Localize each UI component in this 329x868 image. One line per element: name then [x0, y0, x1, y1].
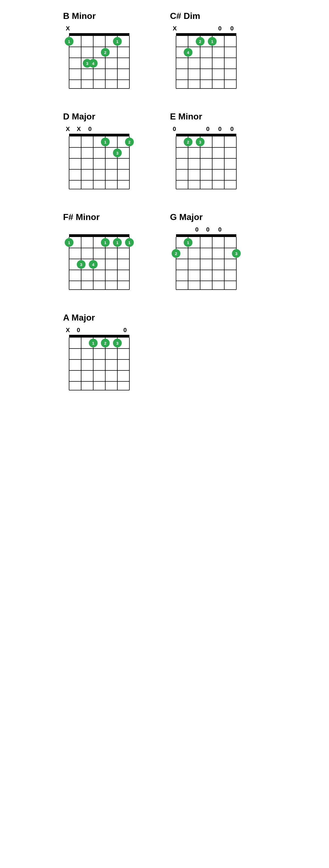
svg-text:1: 1 — [211, 39, 213, 44]
svg-text:1: 1 — [68, 39, 70, 44]
chord-title-a-major: A Major — [63, 313, 95, 323]
svg-text:0: 0 — [173, 125, 176, 132]
chord-d-major: D Major X X 0 — [63, 112, 159, 196]
svg-text:2: 2 — [104, 341, 107, 345]
svg-text:4: 4 — [92, 262, 95, 267]
svg-text:0: 0 — [230, 25, 234, 32]
chord-g-major: G Major 0 0 0 — [170, 212, 266, 296]
chord-title-g-major: G Major — [170, 212, 203, 222]
chord-diagram-e-minor: 0 0 0 0 — [170, 123, 243, 196]
svg-text:0: 0 — [123, 327, 127, 334]
svg-text:3: 3 — [116, 151, 118, 155]
chord-diagram-cs-dim: X 0 0 1 — [170, 23, 243, 95]
chord-diagram-b-minor: X 1 — [63, 23, 136, 95]
chord-a-major: A Major X 0 0 — [63, 313, 159, 397]
chord-title-fs-minor: F# Minor — [63, 212, 99, 222]
svg-text:3: 3 — [86, 61, 88, 66]
svg-text:1: 1 — [104, 140, 107, 145]
svg-text:1: 1 — [116, 39, 118, 44]
chord-title-e-minor: E Minor — [170, 112, 202, 122]
svg-rect-26 — [176, 33, 236, 36]
svg-text:0: 0 — [218, 25, 221, 32]
svg-text:X: X — [66, 327, 70, 334]
svg-rect-47 — [69, 134, 129, 136]
chord-fs-minor: F# Minor — [63, 212, 159, 296]
svg-rect-133 — [69, 335, 129, 338]
svg-text:0: 0 — [195, 226, 199, 233]
svg-text:0: 0 — [230, 125, 234, 132]
svg-rect-69 — [176, 134, 236, 136]
svg-text:X: X — [66, 25, 70, 32]
svg-text:0: 0 — [218, 125, 221, 132]
svg-text:X: X — [173, 25, 177, 32]
svg-text:1: 1 — [68, 240, 70, 245]
svg-text:1: 1 — [128, 240, 130, 245]
svg-rect-85 — [69, 234, 129, 237]
chord-title-b-minor: B Minor — [63, 11, 96, 21]
svg-text:4: 4 — [187, 50, 189, 55]
svg-text:1: 1 — [92, 341, 94, 345]
svg-text:1: 1 — [116, 240, 118, 245]
svg-text:0: 0 — [206, 125, 209, 132]
svg-text:0: 0 — [206, 226, 209, 233]
svg-text:3: 3 — [199, 140, 201, 145]
page-container: B Minor X — [41, 0, 288, 408]
chord-diagram-g-major: 0 0 0 1 — [170, 224, 243, 296]
chord-diagram-a-major: X 0 0 1 — [63, 324, 136, 397]
svg-text:0: 0 — [218, 226, 221, 233]
svg-text:1: 1 — [187, 240, 189, 245]
chord-title-cs-dim: C# Dim — [170, 11, 200, 21]
svg-text:2: 2 — [128, 140, 130, 145]
svg-text:2: 2 — [199, 39, 201, 44]
svg-rect-1 — [69, 33, 129, 36]
svg-text:0: 0 — [77, 327, 80, 334]
chord-diagram-fs-minor: 1 1 1 1 3 4 — [63, 224, 136, 296]
chord-diagram-d-major: X X 0 1 — [63, 123, 136, 196]
svg-text:0: 0 — [88, 125, 92, 132]
chord-cs-dim: C# Dim X 0 0 — [170, 11, 266, 95]
svg-text:2: 2 — [187, 140, 189, 145]
svg-text:3: 3 — [235, 251, 237, 256]
chord-b-minor: B Minor X — [63, 11, 159, 95]
svg-text:2: 2 — [175, 251, 177, 256]
svg-text:X: X — [77, 125, 81, 132]
svg-text:3: 3 — [80, 262, 82, 267]
chord-e-minor: E Minor 0 0 0 0 — [170, 112, 266, 196]
svg-text:2: 2 — [104, 50, 107, 55]
svg-text:1: 1 — [104, 240, 107, 245]
chord-title-d-major: D Major — [63, 112, 95, 122]
svg-text:X: X — [66, 125, 70, 132]
svg-rect-112 — [176, 234, 236, 237]
svg-text:3: 3 — [116, 341, 118, 345]
svg-text:4: 4 — [92, 61, 95, 66]
